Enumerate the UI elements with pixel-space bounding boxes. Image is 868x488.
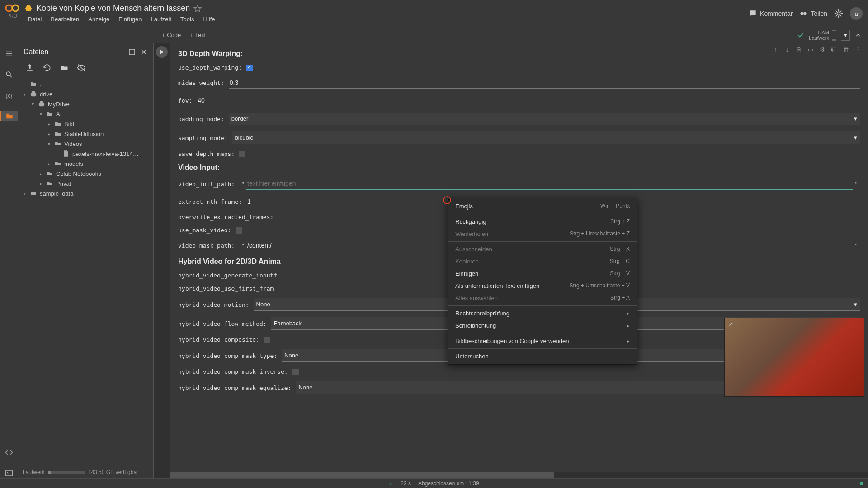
file-tree[interactable]: ..▾drive▾MyDrive▾AI▸Bild▸StableDiffusion… — [18, 77, 153, 466]
menu-bearbeiten[interactable]: Bearbeiten — [47, 14, 83, 24]
new-window-icon[interactable] — [128, 48, 136, 56]
context-menu-shortcut: Strg + C — [610, 258, 630, 265]
refresh-icon[interactable] — [42, 63, 52, 72]
context-menu-item[interactable]: EmojisWin + Punkt — [448, 200, 637, 212]
menu-tools[interactable]: Tools — [177, 14, 198, 24]
menu-laufzeit[interactable]: Laufzeit — [147, 14, 175, 24]
disk-free: 143.50 GB verfügbar — [88, 469, 138, 475]
tree-caret-icon[interactable]: ▸ — [24, 191, 30, 196]
menu-datei[interactable]: Datei — [24, 14, 45, 24]
upload-icon[interactable] — [25, 63, 34, 72]
more-icon[interactable]: ⋮ — [853, 45, 862, 54]
checkbox-use-mask-video[interactable] — [236, 227, 242, 234]
tree-caret-icon[interactable]: ▾ — [32, 102, 38, 107]
svg-point-0 — [6, 5, 12, 11]
context-menu[interactable]: EmojisWin + PunktRückgängigStrg + ZWiede… — [448, 198, 637, 365]
resource-indicator[interactable]: RAM Laufwerk — [809, 30, 836, 41]
tree-item[interactable]: ▸sample_data — [18, 188, 153, 198]
tree-item[interactable]: ▸Colab Notebooks — [18, 169, 153, 178]
terminal-icon[interactable] — [4, 468, 14, 478]
input-fov[interactable] — [197, 95, 860, 106]
select-padding-mode[interactable]: border▾ — [229, 113, 860, 125]
comment-cell-icon[interactable]: ▭ — [806, 45, 815, 54]
tree-item[interactable]: ▾drive — [18, 89, 153, 99]
tree-item[interactable]: ▾MyDrive — [18, 99, 153, 109]
menu-anzeige[interactable]: Anzeige — [85, 14, 113, 24]
variables-icon[interactable]: {x} — [4, 90, 14, 100]
tree-item[interactable]: ▾AI — [18, 109, 153, 119]
context-menu-item[interactable]: EinfügenStrg + V — [448, 267, 637, 280]
mirror-icon[interactable]: ⿻ — [830, 45, 839, 54]
tree-item[interactable]: ▾Videos — [18, 139, 153, 149]
document-title[interactable]: Kopie von Kopie von Mensch altern lassen — [36, 4, 190, 13]
tree-item[interactable]: ▸Privat — [18, 178, 153, 188]
move-up-icon[interactable]: ↑ — [771, 45, 780, 54]
search-icon[interactable] — [4, 70, 14, 80]
context-menu-item: WiederholenStrg + Umschalttaste + Z — [448, 228, 637, 240]
label-save-depth-maps: save_depth_maps: — [178, 150, 235, 157]
move-down-icon[interactable]: ↓ — [783, 45, 792, 54]
tree-label: AI — [56, 111, 61, 117]
tree-item[interactable]: ▸Bild — [18, 119, 153, 129]
link-icon[interactable]: ⎘ — [794, 45, 803, 54]
checkbox-hybrid-mask-inverse[interactable] — [292, 369, 299, 375]
menu-hilfe[interactable]: Hilfe — [199, 14, 218, 24]
menu-einfügen[interactable]: Einfügen — [115, 14, 145, 24]
horizontal-scrollbar[interactable] — [170, 472, 868, 478]
tree-caret-icon[interactable]: ▾ — [48, 141, 54, 146]
tree-caret-icon[interactable]: ▾ — [40, 112, 46, 117]
input-midas-weight[interactable] — [229, 77, 860, 89]
section-depth: 3D Depth Warping: — [178, 50, 860, 58]
share-icon — [799, 9, 808, 18]
gear-icon[interactable] — [834, 9, 844, 19]
code-icon[interactable] — [4, 447, 14, 457]
close-panel-icon[interactable] — [140, 48, 148, 56]
checkbox-save-depth-maps[interactable] — [239, 151, 245, 157]
star-icon[interactable] — [193, 5, 202, 13]
tree-label: Videos — [64, 141, 82, 147]
input-extract-nth-frame[interactable] — [246, 196, 274, 207]
add-code-button[interactable]: + Code — [157, 30, 185, 40]
menu-icon[interactable] — [4, 49, 14, 59]
hide-icon[interactable] — [77, 63, 86, 72]
teilen-button[interactable]: Teilen — [799, 9, 827, 18]
input-video-init-path[interactable] — [246, 178, 853, 190]
context-menu-shortcut: Strg + Z — [610, 218, 630, 225]
tree-item[interactable]: .. — [18, 79, 153, 89]
tree-item[interactable]: pexels-maxi-leiva-1314… — [18, 149, 153, 159]
popout-icon[interactable]: ↗ — [728, 321, 733, 328]
tree-item[interactable]: ▸models — [18, 159, 153, 169]
files-icon[interactable] — [0, 111, 18, 121]
title-area: Kopie von Kopie von Mensch altern lassen… — [24, 4, 748, 24]
checkbox-hybrid-composite[interactable] — [264, 337, 270, 343]
file-panel: Dateien ..▾drive▾MyDrive▾AI▸Bild▸StableD… — [18, 43, 154, 478]
add-text-button[interactable]: + Text — [185, 30, 210, 40]
run-cell-button[interactable] — [156, 46, 168, 58]
tree-caret-icon[interactable]: ▸ — [48, 122, 54, 127]
tree-item[interactable]: ▸StableDiffusion — [18, 129, 153, 139]
folder-icon — [54, 130, 61, 137]
label-video-init-path: video_init_path: — [178, 181, 235, 188]
mount-drive-icon[interactable] — [60, 63, 69, 72]
context-menu-item[interactable]: Rechtschreibprüfung▸ — [448, 307, 637, 319]
context-menu-item[interactable]: RückgängigStrg + Z — [448, 216, 637, 228]
tree-caret-icon[interactable]: ▸ — [40, 171, 46, 176]
avatar[interactable]: a — [850, 7, 863, 20]
kommentar-button[interactable]: Kommentar — [748, 9, 793, 18]
context-menu-item[interactable]: Als unformatierten Text einfügenStrg + U… — [448, 280, 637, 292]
context-menu-item[interactable]: Untersuchen — [448, 350, 637, 362]
teilen-label: Teilen — [811, 10, 827, 17]
resource-dropdown[interactable]: ▾ — [841, 30, 850, 41]
tree-caret-icon[interactable]: ▸ — [48, 131, 54, 136]
tree-caret-icon[interactable]: ▾ — [24, 92, 30, 97]
delete-cell-icon[interactable]: 🗑 — [841, 45, 850, 54]
select-sampling-mode[interactable]: bicubic▾ — [232, 131, 860, 144]
scrollbar-thumb[interactable] — [170, 472, 554, 478]
tree-caret-icon[interactable]: ▸ — [40, 181, 46, 186]
context-menu-item[interactable]: Bildbeschreibungen von Google verwenden▸ — [448, 335, 637, 347]
settings-cell-icon[interactable]: ⚙ — [818, 45, 827, 54]
checkbox-use-depth-warping[interactable] — [246, 65, 253, 71]
tree-caret-icon[interactable]: ▸ — [48, 161, 54, 166]
context-menu-item[interactable]: Schreibrichtung▸ — [448, 319, 637, 332]
chevron-up-icon[interactable] — [854, 32, 862, 39]
